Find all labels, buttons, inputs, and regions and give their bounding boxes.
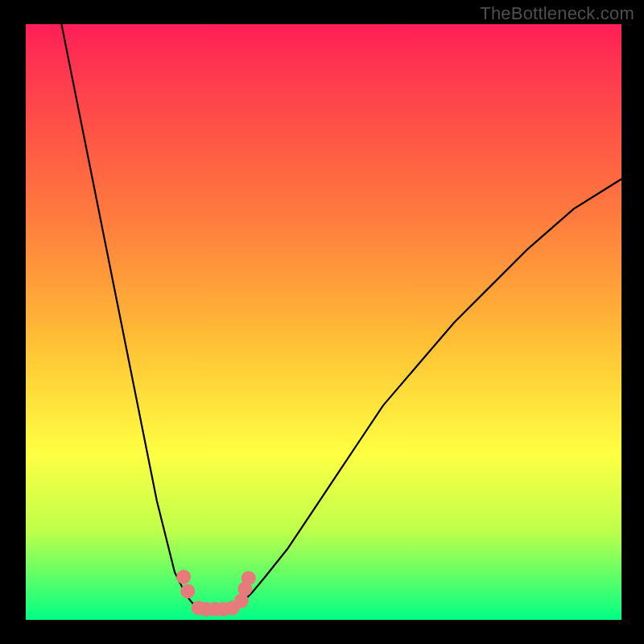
scatter-dots: [176, 570, 256, 617]
scatter-dot: [242, 571, 256, 585]
chart-svg: [26, 24, 621, 620]
curve-left-branch: [61, 24, 198, 607]
watermark-text: TheBottleneck.com: [480, 3, 634, 24]
curve-right-branch: [234, 179, 621, 606]
chart-frame: TheBottleneck.com: [0, 0, 644, 644]
plot-area: [26, 24, 621, 620]
curve-lines: [61, 24, 621, 607]
scatter-dot: [176, 570, 191, 584]
scatter-dot: [180, 584, 195, 598]
